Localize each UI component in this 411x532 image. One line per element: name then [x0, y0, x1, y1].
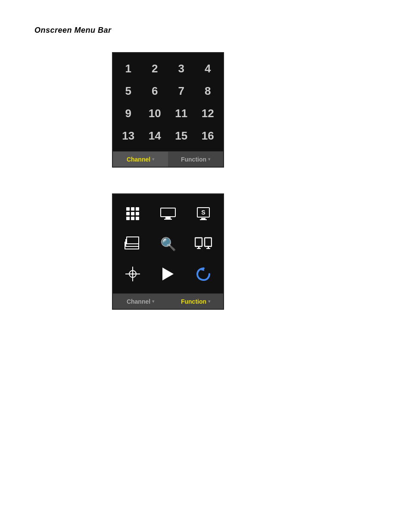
- channel-3[interactable]: 3: [168, 57, 195, 80]
- search-icon: 🔍: [160, 236, 176, 252]
- function-cell-s-monitor[interactable]: S: [186, 199, 221, 229]
- function-channel-tab[interactable]: Channel ▾: [113, 294, 168, 309]
- split-icon: [195, 236, 212, 252]
- function-cell-search[interactable]: 🔍: [150, 229, 186, 259]
- function-cell-layers[interactable]: [115, 229, 150, 259]
- function-dropdown-arrow: ▾: [208, 157, 210, 162]
- channel-tab[interactable]: Channel ▾: [113, 152, 168, 167]
- function-function-tab[interactable]: Function ▾: [168, 294, 223, 309]
- svg-rect-1: [205, 238, 212, 246]
- channel-4[interactable]: 4: [195, 57, 221, 80]
- channel-10[interactable]: 10: [142, 102, 168, 124]
- s-monitor-icon: S: [197, 207, 210, 220]
- channel-16[interactable]: 16: [195, 124, 221, 147]
- function-tab[interactable]: Function ▾: [168, 152, 223, 167]
- function-cell-undo[interactable]: [186, 259, 221, 289]
- channel-9[interactable]: 9: [115, 102, 142, 124]
- play-icon: [162, 268, 174, 280]
- function-grid: S 🔍: [113, 194, 223, 293]
- svg-rect-5: [206, 248, 210, 249]
- function-function-label: Function: [181, 298, 206, 305]
- function-panel-container: S 🔍: [112, 193, 377, 310]
- channel-1[interactable]: 1: [115, 57, 142, 80]
- function-cell-crosshair[interactable]: [115, 259, 150, 289]
- svg-rect-3: [197, 248, 201, 249]
- channel-panel-container: 1 2 3 4 5 6 7 8 9 10 11 12 13 14 15 16 C…: [112, 52, 377, 168]
- channel-11[interactable]: 11: [168, 102, 195, 124]
- function-cell-split[interactable]: [186, 229, 221, 259]
- undo-icon: [195, 266, 212, 282]
- channel-menu-panel: 1 2 3 4 5 6 7 8 9 10 11 12 13 14 15 16 C…: [112, 52, 224, 168]
- monitor-icon: [160, 208, 176, 220]
- channel-15[interactable]: 15: [168, 124, 195, 147]
- function-cell-grid[interactable]: [115, 199, 150, 229]
- svg-rect-2: [198, 246, 199, 248]
- function-cell-play[interactable]: [150, 259, 186, 289]
- channel-12[interactable]: 12: [195, 102, 221, 124]
- channel-5[interactable]: 5: [115, 80, 142, 102]
- channel-dropdown-arrow: ▾: [152, 157, 154, 162]
- svg-rect-0: [195, 238, 202, 246]
- function-function-arrow: ▾: [208, 299, 210, 304]
- page-title: Onscreen Menu Bar: [34, 26, 377, 35]
- function-panel-bar: Channel ▾ Function ▾: [113, 293, 223, 309]
- function-cell-monitor[interactable]: [150, 199, 186, 229]
- channel-tab-label: Channel: [127, 156, 150, 163]
- function-channel-label: Channel: [127, 298, 150, 305]
- channel-13[interactable]: 13: [115, 124, 142, 147]
- channel-7[interactable]: 7: [168, 80, 195, 102]
- svg-rect-4: [208, 246, 209, 248]
- function-tab-label: Function: [181, 156, 206, 163]
- channel-14[interactable]: 14: [142, 124, 168, 147]
- channel-grid: 1 2 3 4 5 6 7 8 9 10 11 12 13 14 15 16: [113, 53, 223, 151]
- channel-2[interactable]: 2: [142, 57, 168, 80]
- crosshair-icon: [125, 267, 140, 281]
- function-channel-arrow: ▾: [152, 299, 154, 304]
- channel-panel-bar: Channel ▾ Function ▾: [113, 151, 223, 167]
- channel-6[interactable]: 6: [142, 80, 168, 102]
- grid-icon: [126, 207, 139, 220]
- function-menu-panel: S 🔍: [112, 193, 224, 310]
- layers-icon: [125, 236, 141, 251]
- channel-8[interactable]: 8: [195, 80, 221, 102]
